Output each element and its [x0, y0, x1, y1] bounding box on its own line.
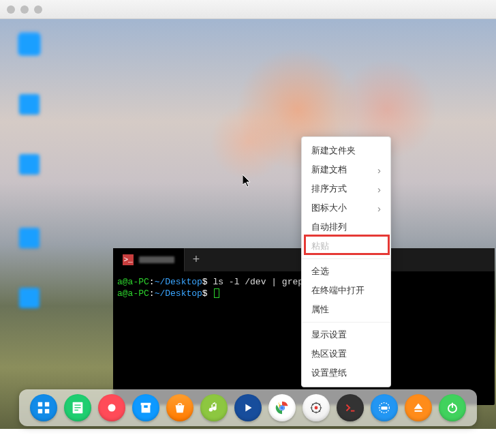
dock-file-manager-icon[interactable] [64, 394, 91, 421]
context-menu-item-label: 在终端中打开 [311, 284, 365, 297]
svg-rect-5 [74, 404, 80, 405]
context-menu-item[interactable]: 属性 [302, 300, 390, 319]
terminal-tab-title [139, 256, 174, 263]
dock-chrome-icon[interactable] [268, 394, 296, 421]
dock-removable-media-icon[interactable] [405, 394, 432, 421]
svg-point-14 [280, 406, 284, 410]
desktop-icon[interactable] [19, 154, 40, 175]
context-menu-item[interactable]: 自动排列 [302, 218, 390, 237]
svg-rect-0 [38, 402, 42, 406]
context-menu-item-label: 热区设置 [311, 348, 347, 360]
terminal-icon: >_ [123, 254, 134, 265]
svg-rect-3 [45, 409, 49, 413]
context-menu-item[interactable]: 热区设置 [302, 344, 390, 363]
window-titlebar [0, 0, 496, 19]
svg-rect-6 [74, 407, 80, 408]
terminal-add-tab-button[interactable]: + [185, 248, 208, 271]
context-menu-item-label: 粘贴 [311, 240, 329, 252]
context-menu-separator [302, 322, 390, 323]
dock-appstore-icon[interactable] [166, 394, 193, 421]
traffic-lights [7, 5, 42, 14]
svg-rect-19 [381, 406, 387, 410]
context-menu-item-label: 新建文档 [311, 164, 347, 176]
svg-rect-1 [45, 402, 49, 406]
context-menu-item-label: 全选 [311, 265, 329, 278]
cursor-icon [243, 175, 253, 188]
dock-screen-recorder-icon[interactable] [98, 394, 125, 421]
minimize-window-button[interactable] [20, 5, 29, 14]
close-window-button[interactable] [7, 5, 15, 14]
context-menu-item[interactable]: 在终端中打开 [302, 281, 390, 300]
context-menu-item[interactable]: 新建文档 [302, 160, 390, 179]
dock-terminal-icon[interactable] [337, 394, 364, 421]
svg-point-16 [315, 406, 318, 410]
context-menu-item-label: 新建文件夹 [311, 145, 356, 157]
dock-video-icon[interactable] [234, 394, 262, 421]
desktop-icon[interactable] [19, 228, 40, 248]
dock-power-icon[interactable] [439, 394, 466, 421]
context-menu-item-label: 图标大小 [311, 202, 347, 214]
desktop-icon[interactable] [19, 288, 40, 308]
context-menu-item-label: 显示设置 [311, 329, 347, 341]
desktop-context-menu: 新建文件夹新建文档排序方式图标大小自动排列粘贴全选在终端中打开属性显示设置热区设… [301, 136, 391, 387]
context-menu-item[interactable]: 显示设置 [302, 325, 390, 344]
context-menu-item[interactable]: 全选 [302, 262, 390, 281]
context-menu-item-label: 自动排列 [311, 221, 347, 233]
terminal-tab[interactable]: >_ [113, 248, 185, 271]
context-menu-item[interactable]: 设置壁纸 [302, 363, 390, 383]
dock-settings-icon[interactable] [303, 394, 330, 421]
context-menu-item[interactable]: 图标大小 [302, 198, 390, 218]
dock [19, 389, 477, 426]
desktop-icons [19, 34, 40, 308]
context-menu-item-label: 排序方式 [311, 183, 347, 195]
context-menu-item-label: 设置壁纸 [311, 367, 347, 379]
desktop-icon[interactable] [19, 34, 40, 55]
svg-rect-7 [74, 410, 78, 410]
terminal-cursor [214, 288, 219, 298]
dock-keyboard-icon[interactable] [371, 394, 398, 421]
svg-point-8 [108, 404, 116, 412]
context-menu-item-label: 属性 [311, 303, 329, 316]
context-menu-item[interactable]: 排序方式 [302, 179, 390, 198]
dock-launcher-icon[interactable] [30, 394, 57, 421]
svg-rect-20 [415, 410, 422, 412]
desktop-icon[interactable] [19, 94, 40, 115]
dock-store-icon[interactable] [132, 394, 159, 421]
context-menu-item[interactable]: 新建文件夹 [302, 141, 390, 160]
desktop[interactable]: >_ + a@a-PC:~/Desktop$ ls -l /dev | grep… [0, 19, 496, 429]
context-menu-item: 粘贴 [302, 237, 390, 256]
maximize-window-button[interactable] [34, 5, 42, 14]
dock-music-icon[interactable] [200, 394, 228, 421]
dock-wrap [0, 387, 496, 429]
svg-rect-2 [38, 409, 42, 413]
context-menu-separator [302, 258, 390, 259]
svg-rect-9 [144, 405, 148, 408]
